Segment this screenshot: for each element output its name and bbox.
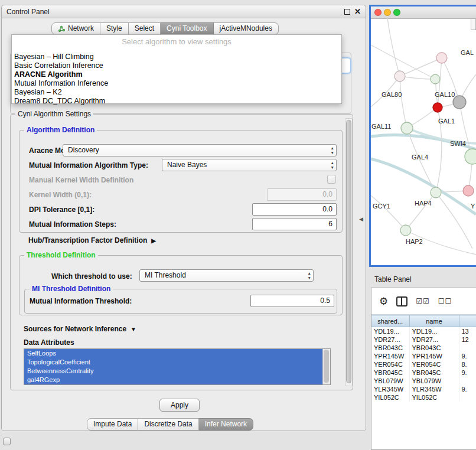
attribute-row[interactable]: TopologicalCoefficient	[24, 358, 323, 367]
tab-select[interactable]: Select	[129, 22, 161, 35]
network-edge[interactable]	[400, 76, 407, 128]
mi-threshold-field[interactable]: 0.5	[250, 295, 334, 307]
threshold-definition-group: Threshold Definition Which threshold to …	[19, 255, 343, 315]
attribute-row[interactable]: gal4RGexp	[24, 376, 323, 384]
columns-icon[interactable]	[396, 296, 407, 306]
attributes-scrollbar[interactable]	[322, 349, 330, 384]
table-row[interactable]: YIL052CYIL052C	[371, 393, 476, 402]
network-node-label: GAL	[461, 49, 474, 56]
network-edge[interactable]	[387, 18, 400, 76]
column-header[interactable]: name	[409, 315, 459, 327]
mi-steps-field[interactable]: 6	[252, 218, 337, 230]
gear-icon[interactable]: ⚙	[379, 295, 388, 308]
algorithm-option[interactable]: ARACNE Algorithm	[12, 70, 341, 79]
network-window-titlebar[interactable]	[371, 6, 476, 19]
network-scrollbar-fragment[interactable]	[471, 18, 476, 30]
algorithm-option[interactable]: Basic Correlation Inference	[12, 61, 341, 70]
network-view-window[interactable]: GALGAL80GAL10GAL11GAL1SWI4GAL4GCY1HAP4HA…	[369, 5, 476, 267]
desktop: Control Panel ✕ Network Style	[0, 0, 476, 450]
attribute-row[interactable]: SelfLoops	[24, 349, 323, 358]
float-window-icon[interactable]	[344, 9, 350, 15]
network-edge[interactable]	[406, 193, 436, 230]
which-threshold-select[interactable]: MI Threshold ▲▼	[139, 269, 314, 282]
threshold-definition-title: Threshold Definition	[24, 251, 98, 260]
mi-threshold-group: MI Threshold Definition Mutual Informati…	[24, 289, 337, 314]
close-window-icon[interactable]: ✕	[354, 8, 361, 15]
algorithm-option[interactable]: Dream8 DC_TDC Algorithm	[12, 97, 341, 106]
network-node-label: HAP4	[415, 200, 432, 207]
settings-scrollbar-thumb[interactable]	[346, 120, 351, 383]
algorithm-option[interactable]: Bayesian – Hill Climbing	[12, 53, 341, 61]
dpi-tolerance-field[interactable]: 0.0	[252, 203, 337, 216]
network-node[interactable]	[401, 122, 413, 134]
which-threshold-value: MI Threshold	[145, 271, 186, 279]
table-body: YDL19...YDL19...13YDR27...YDR27...12YBR0…	[371, 327, 476, 402]
column-header[interactable]: shared...	[371, 315, 409, 327]
aracne-mode-select[interactable]: Discovery ▲▼	[63, 144, 337, 156]
tab-infer-network[interactable]: Infer Network	[199, 418, 253, 431]
data-attributes-list: SelfLoopsTopologicalCoefficientBetweenne…	[24, 348, 331, 385]
table-row[interactable]: YLR345WYLR345W9.	[371, 385, 476, 393]
network-node-label: GAL1	[438, 118, 455, 125]
tab-discretize-data-label: Discretize Data	[144, 418, 192, 431]
table-row[interactable]: YBL079WYBL079W	[371, 377, 476, 385]
splitter-collapse-arrow[interactable]: ◀	[359, 216, 363, 222]
zoom-traffic-light-icon[interactable]	[393, 9, 400, 16]
close-traffic-light-icon[interactable]	[374, 9, 382, 16]
deselect-all-rows-icon[interactable]: ☐☐	[438, 297, 452, 305]
manual-kernel-label: Manual Kernel Width Definition	[29, 176, 133, 184]
network-node[interactable]	[395, 71, 405, 81]
table-row[interactable]: YPR145WYPR145W9.	[371, 352, 476, 360]
tab-impute-data[interactable]: Impute Data	[87, 418, 138, 431]
network-node-label: HAP2	[406, 238, 423, 245]
network-node[interactable]	[463, 185, 474, 196]
table-row[interactable]: YDR27...YDR27...12	[371, 335, 476, 344]
minimize-traffic-light-icon[interactable]	[384, 9, 391, 16]
network-node[interactable]	[465, 149, 476, 164]
tab-network[interactable]: Network	[51, 22, 100, 35]
control-panel-tabbar: Network Style Select Cyni Toolbox jActiv…	[51, 22, 279, 35]
attribute-row[interactable]: BetweennessCentrality	[24, 367, 323, 376]
network-node[interactable]	[431, 74, 440, 84]
table-toolbar: ⚙ ☑☑ ☐☐	[371, 288, 476, 315]
apply-button[interactable]: Apply	[159, 399, 200, 412]
sources-disclosure[interactable]: Sources for Network Inference ▼	[24, 325, 136, 333]
collapsed-panel-icon[interactable]	[3, 438, 11, 445]
network-node[interactable]	[436, 53, 447, 63]
table-panel: ⚙ ☑☑ ☐☐ shared...name YDL19...YDL19...13…	[371, 288, 476, 450]
tab-style[interactable]: Style	[100, 22, 129, 35]
algorithm-option[interactable]: Mutual Information Inference	[12, 79, 341, 88]
kernel-width-field[interactable]: 0.0	[267, 188, 337, 201]
table-row[interactable]: YER054CYER054C8.	[371, 360, 476, 369]
network-edge[interactable]	[400, 58, 442, 76]
bottom-tabbar: Impute Data Discretize Data Infer Networ…	[87, 418, 253, 431]
tab-select-label: Select	[135, 22, 154, 35]
table-header-row: shared...name	[371, 315, 476, 327]
column-header[interactable]	[459, 315, 476, 327]
hub-definition-disclosure[interactable]: Hub/Transcription Factor Definition ▶	[28, 236, 156, 244]
tab-cyni-toolbox[interactable]: Cyni Toolbox	[161, 22, 213, 35]
mi-type-value: Naive Bayes	[167, 161, 207, 169]
algorithm-option[interactable]: Bayesian – K2	[12, 88, 341, 97]
network-edge[interactable]	[371, 195, 406, 230]
control-panel-titlebar[interactable]: Control Panel ✕	[2, 5, 366, 18]
network-node[interactable]	[400, 225, 411, 236]
mi-type-select[interactable]: Naive Bayes ▲▼	[162, 159, 337, 171]
table-row[interactable]: YDL19...YDL19...13	[371, 327, 476, 336]
manual-kernel-checkbox[interactable]	[327, 175, 336, 184]
attributes-scrollbar-thumb[interactable]	[324, 350, 329, 383]
network-node-label: GAL11	[371, 123, 391, 130]
table-row[interactable]: YBR045CYBR045C9.	[371, 369, 476, 377]
network-node[interactable]	[433, 103, 442, 112]
network-node[interactable]	[453, 96, 466, 109]
tab-cyni-toolbox-label: Cyni Toolbox	[167, 22, 207, 35]
tab-discretize-data[interactable]: Discretize Data	[138, 418, 198, 431]
select-all-rows-icon[interactable]: ☑☑	[416, 297, 430, 305]
settings-scrollbar[interactable]	[345, 118, 353, 386]
network-node-label: GAL10	[435, 91, 455, 98]
table-row[interactable]: YBR043CYBR043C	[371, 344, 476, 352]
network-node[interactable]	[431, 187, 441, 198]
network-canvas[interactable]: GALGAL80GAL10GAL11GAL1SWI4GAL4GCY1HAP4HA…	[371, 18, 476, 267]
tab-jactivemnodules[interactable]: jActiveMNodules	[214, 22, 279, 35]
algorithm-options: Bayesian – Hill ClimbingBasic Correlatio…	[12, 53, 341, 106]
